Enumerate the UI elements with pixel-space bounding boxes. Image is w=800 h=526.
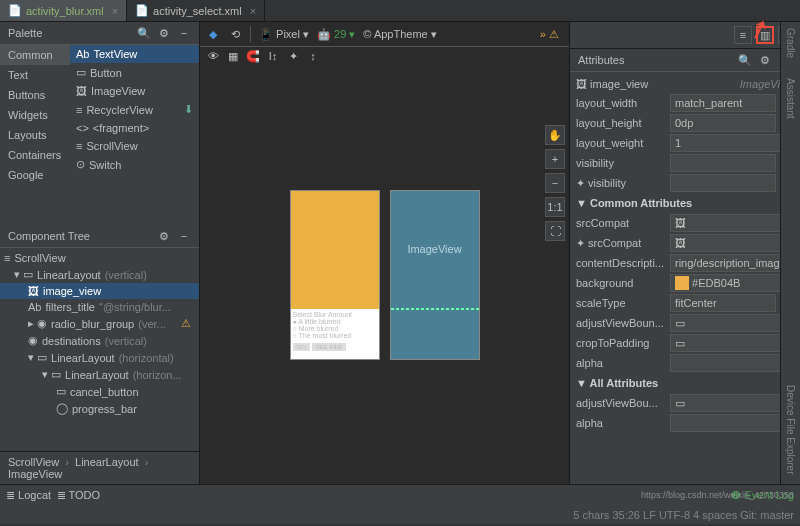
val-fvisibility[interactable]: [670, 174, 776, 192]
val-contentdesc[interactable]: ring/description_image: [670, 254, 794, 272]
editor-tabs: 📄 activity_blur.xml × 📄 activity_select.…: [0, 0, 800, 22]
crumb-imageview[interactable]: ImageView: [8, 468, 62, 480]
attr-id: image_view: [590, 78, 648, 90]
design-surface: ◆ ⟲ 📱 Pixel ▾ 🤖 29 ▾ © AppTheme ▾ » ⚠ 👁 …: [200, 22, 570, 484]
tab-todo[interactable]: ≣ TODO: [57, 489, 100, 502]
item-fragment[interactable]: <><fragment>: [70, 119, 199, 137]
preview-device[interactable]: Select Blur Amount● A little blurred○ Mo…: [290, 190, 380, 360]
lbl-scaletype: scaleType: [576, 297, 666, 309]
val-crop[interactable]: ▭: [670, 334, 794, 352]
component-tree: ≡ScrollView ▾ ▭LinearLayout (vertical) 🖼…: [0, 248, 199, 451]
cat-widgets[interactable]: Widgets: [0, 105, 70, 125]
tree-cancel-button[interactable]: ▭cancel_button: [0, 383, 199, 400]
guideline-icon[interactable]: ✦: [286, 49, 300, 63]
val-layout-width[interactable]: match_parent: [670, 94, 776, 112]
device-picker[interactable]: 📱 Pixel ▾: [259, 28, 309, 41]
theme-picker[interactable]: © AppTheme ▾: [363, 28, 436, 41]
preview-controls: Select Blur Amount● A little blurred○ Mo…: [291, 309, 379, 359]
close-icon[interactable]: ×: [250, 5, 256, 17]
crumb-scrollview[interactable]: ScrollView: [8, 456, 59, 468]
download-icon[interactable]: ⬇: [184, 103, 193, 116]
gear-icon[interactable]: ⚙: [157, 26, 171, 40]
grid-icon[interactable]: ▦: [226, 49, 240, 63]
cat-layouts[interactable]: Layouts: [0, 125, 70, 145]
val-fsrccompat[interactable]: 🖼: [670, 234, 794, 252]
section-common[interactable]: Common Attributes: [576, 194, 794, 212]
eye-icon[interactable]: 👁: [206, 49, 220, 63]
magnet-icon[interactable]: 🧲: [246, 49, 260, 63]
warnings-icon[interactable]: » ⚠: [540, 28, 559, 41]
baseline-icon[interactable]: ↕: [306, 49, 320, 63]
tab-activity-select[interactable]: 📄 activity_select.xml ×: [127, 0, 265, 21]
cat-common[interactable]: Common: [0, 45, 70, 65]
zoom-in[interactable]: +: [545, 149, 565, 169]
val-background[interactable]: #EDB04B: [670, 274, 794, 292]
item-scrollview[interactable]: ≡ScrollView: [70, 137, 199, 155]
attributes-header: Attributes 🔍 ⚙ −: [570, 49, 800, 72]
design-toolbar: ◆ ⟲ 📱 Pixel ▾ 🤖 29 ▾ © AppTheme ▾ » ⚠: [200, 22, 569, 47]
tree-progress-bar[interactable]: ◯progress_bar: [0, 400, 199, 417]
orientation-icon[interactable]: ⟲: [228, 27, 242, 41]
surface-icon[interactable]: ◆: [206, 27, 220, 41]
palette-body: Common Text Buttons Widgets Layouts Cont…: [0, 45, 199, 225]
cat-buttons[interactable]: Buttons: [0, 85, 70, 105]
item-switch[interactable]: ⊙Switch: [70, 155, 199, 174]
tab-activity-blur[interactable]: 📄 activity_blur.xml ×: [0, 0, 127, 21]
blueprint-device[interactable]: ImageView: [390, 190, 480, 360]
tab-device-explorer[interactable]: Device File Explorer: [785, 385, 796, 474]
mode-code[interactable]: ≡: [734, 26, 752, 44]
item-imageview[interactable]: 🖼ImageView: [70, 82, 199, 100]
cat-containers[interactable]: Containers: [0, 145, 70, 165]
val-srccompat[interactable]: 🖼: [670, 214, 794, 232]
gear-icon[interactable]: ⚙: [157, 229, 171, 243]
section-all[interactable]: All Attributes: [576, 374, 794, 392]
status-text: 5 chars 35:26 LF UTF-8 4 spaces Git: mas…: [573, 509, 794, 521]
tools-icon[interactable]: I↕: [266, 49, 280, 63]
lbl-fsrccompat: ✦ srcCompat: [576, 237, 666, 250]
tree-linearlayout-h2[interactable]: ▾ ▭LinearLayout (horizon...: [0, 366, 199, 383]
item-textview[interactable]: AbTextView: [70, 45, 199, 63]
tree-header: Component Tree ⚙ −: [0, 225, 199, 248]
val-alpha2[interactable]: [670, 414, 794, 432]
close-icon[interactable]: ×: [112, 5, 118, 17]
item-recyclerview[interactable]: ≡RecyclerView⬇: [70, 100, 199, 119]
hide-icon[interactable]: −: [177, 26, 191, 40]
tree-filters-title[interactable]: Abfilters_title "@string/blur...: [0, 299, 199, 315]
tree-scrollview[interactable]: ≡ScrollView: [0, 250, 199, 266]
tree-image-view[interactable]: 🖼image_view: [0, 283, 199, 299]
mode-split[interactable]: ▥: [756, 26, 774, 44]
val-alpha[interactable]: [670, 354, 794, 372]
val-scaletype[interactable]: fitCenter: [670, 294, 776, 312]
api-picker[interactable]: 🤖 29 ▾: [317, 28, 355, 41]
val-adjustvb2[interactable]: ▭: [670, 394, 794, 412]
item-button[interactable]: ▭Button: [70, 63, 199, 82]
tree-linearlayout[interactable]: ▾ ▭LinearLayout (vertical): [0, 266, 199, 283]
lbl-visibility: visibility: [576, 157, 666, 169]
tree-linearlayout-h[interactable]: ▾ ▭LinearLayout (horizontal): [0, 349, 199, 366]
lbl-adjustvb: adjustViewBoun...: [576, 317, 666, 329]
val-visibility[interactable]: [670, 154, 776, 172]
tree-title: Component Tree: [8, 230, 90, 242]
search-icon[interactable]: 🔍: [738, 53, 752, 67]
search-icon[interactable]: 🔍: [137, 26, 151, 40]
crumb-linearlayout[interactable]: LinearLayout: [75, 456, 139, 468]
cat-google[interactable]: Google: [0, 165, 70, 185]
tab-gradle[interactable]: Gradle: [785, 28, 796, 58]
cat-text[interactable]: Text: [0, 65, 70, 85]
zoom-out[interactable]: −: [545, 173, 565, 193]
zoom-fit[interactable]: 1:1: [545, 197, 565, 217]
canvas[interactable]: Select Blur Amount● A little blurred○ Mo…: [200, 65, 569, 484]
tab-logcat[interactable]: ≣ Logcat: [6, 489, 51, 502]
status-info: 5 chars 35:26 LF UTF-8 4 spaces Git: mas…: [0, 506, 800, 524]
hide-icon[interactable]: −: [177, 229, 191, 243]
xml-icon: 📄: [135, 4, 149, 18]
gear-icon[interactable]: ⚙: [758, 53, 772, 67]
pan-tool[interactable]: ✋: [545, 125, 565, 145]
tree-radio-blur-group[interactable]: ▸ ◉radio_blur_group (ver...⚠: [0, 315, 199, 332]
val-layout-height[interactable]: 0dp: [670, 114, 776, 132]
val-layout-weight[interactable]: 1: [670, 134, 794, 152]
zoom-full[interactable]: ⛶: [545, 221, 565, 241]
tree-destinations[interactable]: ◉destinations (vertical): [0, 332, 199, 349]
val-adjustvb[interactable]: ▭: [670, 314, 794, 332]
tab-assistant[interactable]: Assistant: [785, 78, 796, 119]
